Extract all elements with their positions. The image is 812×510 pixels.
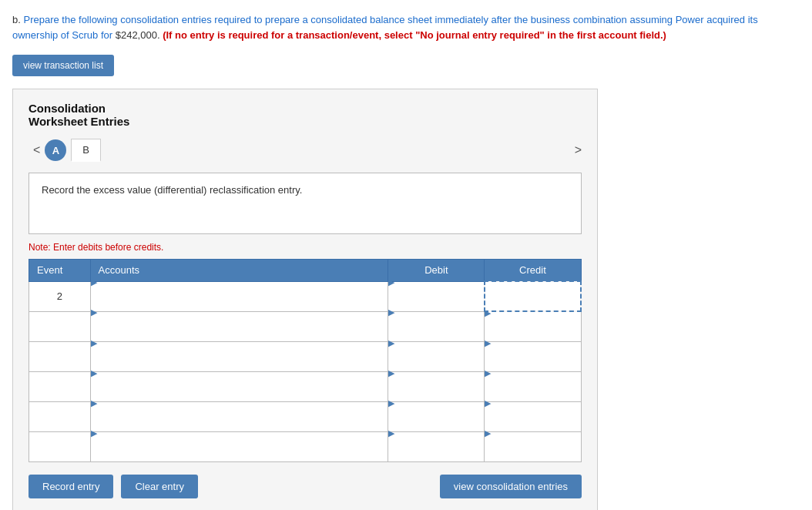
debit-cell-3[interactable]: ▶ xyxy=(388,342,485,372)
credit-cell-5[interactable]: ▶ xyxy=(485,402,581,432)
buttons-row: Record entry Clear entry view consolidat… xyxy=(29,475,582,498)
debit-cell-6[interactable]: ▶ xyxy=(388,432,485,462)
credit-cell-4[interactable]: ▶ xyxy=(485,372,581,402)
account-cell-3[interactable]: ▶ xyxy=(90,342,388,372)
debit-arrow-1: ▶ xyxy=(388,277,394,287)
event-cell-1: 2 xyxy=(29,281,91,311)
account-cell-2[interactable]: ▶ xyxy=(90,311,388,342)
note-text: Note: Enter debits before credits. xyxy=(29,242,582,253)
record-entry-button[interactable]: Record entry xyxy=(29,475,113,498)
intro-part: b. xyxy=(12,14,21,25)
credit-cell-2[interactable]: ▶ xyxy=(485,311,581,342)
tab-b[interactable]: B xyxy=(71,139,101,162)
table-row: ▶ ▶ ▶ xyxy=(29,342,582,372)
account-cell-5[interactable]: ▶ xyxy=(90,402,388,432)
credit-cell-1[interactable] xyxy=(485,281,581,311)
credit-cell-3[interactable]: ▶ xyxy=(485,342,581,372)
header-accounts: Accounts xyxy=(90,260,388,282)
credit-arrow-3: ▶ xyxy=(485,338,491,348)
debit-cell-4[interactable]: ▶ xyxy=(388,372,485,402)
arrow-indicator: ▶ xyxy=(91,398,97,408)
table-row: 2 ▶ ▶ xyxy=(29,281,582,311)
view-consolidation-button[interactable]: view consolidation entries xyxy=(440,475,582,498)
credit-arrow-4: ▶ xyxy=(485,368,491,378)
credit-arrow-2: ▶ xyxy=(485,308,491,318)
instruction-box: Record the excess value (differential) r… xyxy=(29,173,582,234)
table-row: ▶ ▶ ▶ xyxy=(29,402,582,432)
arrow-indicator: ▶ xyxy=(91,368,97,378)
account-cell-1[interactable]: ▶ xyxy=(90,281,388,311)
event-cell-3 xyxy=(29,342,91,372)
tab-nav-right[interactable]: > xyxy=(575,143,582,157)
tab-nav-left[interactable]: < xyxy=(29,142,45,159)
worksheet-panel: Consolidation Worksheet Entries < A B > … xyxy=(12,89,598,510)
arrow-indicator: ▶ xyxy=(91,277,97,287)
intro-text: b. Prepare the following consolidation e… xyxy=(12,12,800,42)
account-cell-4[interactable]: ▶ xyxy=(90,372,388,402)
tabs-row: < A B > xyxy=(29,139,582,162)
credit-arrow-5: ▶ xyxy=(485,398,491,408)
credit-cell-6[interactable]: ▶ xyxy=(485,432,581,462)
credit-arrow-6: ▶ xyxy=(485,428,491,438)
event-cell-6 xyxy=(29,432,91,462)
event-cell-2 xyxy=(29,311,91,342)
header-credit: Credit xyxy=(485,260,581,282)
debit-cell-1[interactable]: ▶ xyxy=(388,281,485,311)
arrow-indicator: ▶ xyxy=(91,307,97,317)
table-body: 2 ▶ ▶ ▶ ▶ xyxy=(29,281,582,462)
table-header: Event Accounts Debit Credit xyxy=(29,260,582,282)
clear-entry-button[interactable]: Clear entry xyxy=(121,475,198,498)
event-cell-4 xyxy=(29,372,91,402)
arrow-indicator: ▶ xyxy=(91,428,97,438)
intro-red: (If no entry is required for a transacti… xyxy=(163,29,666,41)
intro-amount: $242,000. xyxy=(116,29,160,41)
instruction-text: Record the excess value (differential) r… xyxy=(42,184,302,196)
entry-table: Event Accounts Debit Credit 2 ▶ ▶ xyxy=(29,259,582,462)
tab-a[interactable]: A xyxy=(45,139,66,161)
event-cell-5 xyxy=(29,402,91,432)
debit-arrow-3: ▶ xyxy=(388,338,394,348)
debit-cell-2[interactable]: ▶ xyxy=(388,311,485,342)
header-event: Event xyxy=(29,260,91,282)
debit-cell-5[interactable]: ▶ xyxy=(388,402,485,432)
header-debit: Debit xyxy=(388,260,485,282)
arrow-indicator: ▶ xyxy=(91,338,97,348)
view-transaction-button[interactable]: view transaction list xyxy=(12,55,114,76)
panel-title: Consolidation Worksheet Entries xyxy=(29,102,582,128)
table-row: ▶ ▶ ▶ xyxy=(29,372,582,402)
table-row: ▶ ▶ ▶ xyxy=(29,432,582,462)
debit-arrow-2: ▶ xyxy=(388,307,394,317)
debit-arrow-5: ▶ xyxy=(388,398,394,408)
credit-input-1[interactable] xyxy=(485,282,580,310)
account-cell-6[interactable]: ▶ xyxy=(90,432,388,462)
table-row: ▶ ▶ ▶ xyxy=(29,311,582,342)
credit-input-6[interactable] xyxy=(485,438,580,468)
account-input-6[interactable] xyxy=(91,438,388,468)
debit-arrow-6: ▶ xyxy=(388,428,394,438)
debit-arrow-4: ▶ xyxy=(388,368,394,378)
debit-input-6[interactable] xyxy=(388,438,484,468)
